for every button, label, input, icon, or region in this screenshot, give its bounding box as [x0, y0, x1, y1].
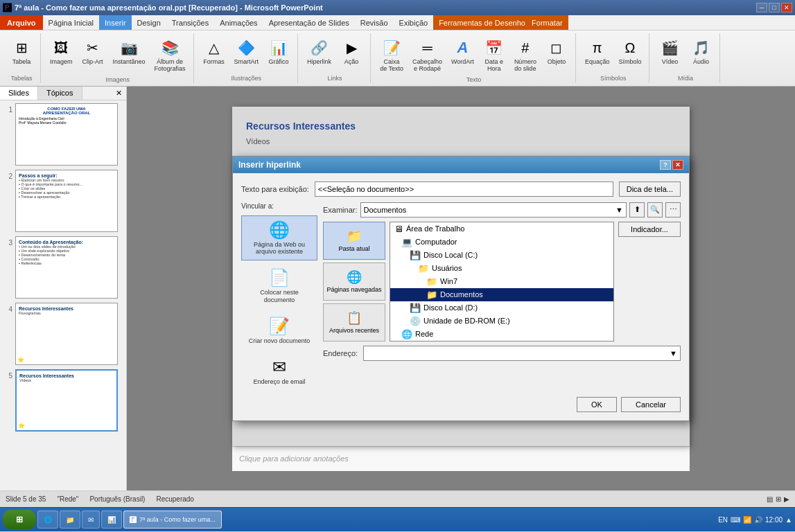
button-audio[interactable]: 🎵 Áudio: [686, 35, 715, 68]
button-instantaneo[interactable]: 📷 Instantâneo: [110, 35, 149, 68]
email-icon: ✉: [272, 357, 286, 377]
button-imagem[interactable]: 🖼 Imagem: [46, 35, 76, 68]
taskbar-excel[interactable]: 📊: [101, 511, 122, 529]
button-cabecalho[interactable]: ═ Cabeçalhoe Rodapé: [409, 35, 446, 75]
file-tree-item-rede[interactable]: 🌐 Rede: [390, 328, 613, 341]
examine-bar: Examinar: Documentos ▼ ⬆ 🔍 ⋯: [323, 202, 681, 218]
taskbar-explorer[interactable]: 📁: [60, 511, 80, 529]
button-album[interactable]: 📚 Álbum deFotografias: [151, 35, 189, 75]
content-area: Recursos Interessantes Vídeos Clique par…: [127, 87, 795, 490]
slide-thumb-5[interactable]: 5 Recursos Interessantes Vídeos ⭐: [3, 369, 123, 432]
button-hiperlink[interactable]: 🔗 Hiperlink: [304, 35, 335, 68]
dialog-close-button[interactable]: ✕: [672, 160, 683, 170]
group-imagens: 🖼 Imagem ✂ Clip-Art 📷 Instantâneo 📚 Álbu…: [42, 33, 194, 83]
slide-num-5: 5: [3, 372, 12, 380]
start-button[interactable]: ⊞: [3, 510, 36, 529]
examine-up-button[interactable]: ⬆: [629, 202, 645, 218]
imagem-icon: 🖼: [50, 37, 72, 59]
pasta-atual-label: Pasta atual: [338, 245, 369, 252]
button-video[interactable]: 🎬 Vídeo: [655, 35, 684, 68]
minimize-button[interactable]: ─: [756, 3, 767, 12]
button-tabela[interactable]: ⊞ Tabela: [7, 35, 36, 68]
notification-icon[interactable]: ▲: [785, 516, 792, 524]
paginas-nav-label: Páginas navegadas: [326, 286, 381, 293]
taskbar-outlook[interactable]: ✉: [82, 511, 100, 529]
file-action-paginas-nav[interactable]: 🌐 Páginas navegadas: [323, 263, 385, 301]
file-action-pasta-atual[interactable]: 📁 Pasta atual: [323, 222, 385, 260]
file-tree-item-win7[interactable]: 📁 Win7: [390, 275, 613, 288]
address-dropdown-arrow[interactable]: ▼: [670, 349, 677, 357]
tab-formatar[interactable]: Ferramentas de Desenho Formatar: [433, 15, 568, 30]
slide-panel-close[interactable]: ✕: [112, 87, 126, 100]
disco-d-label: Disco Local (D:): [423, 303, 478, 312]
tab-revisao[interactable]: Revisão: [355, 15, 394, 30]
sidebar-item-email[interactable]: ✉ Endereço de email: [241, 353, 317, 391]
maximize-button[interactable]: □: [769, 3, 780, 12]
tab-inserir[interactable]: Inserir: [99, 15, 132, 30]
button-objeto[interactable]: ◻ Objeto: [542, 35, 571, 68]
display-text-input[interactable]: [315, 181, 613, 197]
screen-tip-button[interactable]: Dica de tela...: [619, 181, 681, 197]
address-input[interactable]: [367, 349, 670, 357]
pagina-web-icon: 🌐: [269, 220, 290, 240]
group-ilustracoes-label: Ilustrações: [231, 75, 262, 82]
file-action-arquivos-recentes[interactable]: 📋 Arquivos recentes: [323, 303, 385, 342]
tab-exibicao[interactable]: Exibição: [394, 15, 434, 30]
taskbar-ie[interactable]: 🌐: [37, 511, 58, 529]
usuarios-icon: 📁: [418, 263, 429, 274]
dialog-title-text: Inserir hiperlink: [238, 160, 301, 170]
examine-search-button[interactable]: 🔍: [647, 202, 663, 218]
view-show-icon[interactable]: ▶: [784, 495, 789, 503]
button-grafico[interactable]: 📊 Gráfico: [264, 35, 293, 68]
dialog-help-button[interactable]: ?: [660, 160, 671, 170]
address-input-container[interactable]: ▼: [363, 346, 681, 361]
examine-dropdown[interactable]: Documentos ▼: [360, 202, 627, 218]
slide-thumb-2[interactable]: 2 Passos a seguir: • Elaborar um bom res…: [3, 170, 123, 232]
button-caixa-texto[interactable]: 📝 Caixade Texto: [376, 35, 407, 75]
taskbar-powerpoint[interactable]: 🅿 7ª aula - Como fazer uma...: [123, 511, 222, 529]
file-tree-item-usuarios[interactable]: 📁 Usuários: [390, 262, 613, 275]
display-text-row: Texto para exibição: Dica de tela...: [241, 181, 681, 197]
ok-button[interactable]: OK: [577, 397, 617, 412]
sidebar-item-criar-novo[interactable]: 📝 Criar novo documento: [241, 312, 317, 350]
tab-transicoes[interactable]: Transições: [166, 15, 214, 30]
button-simbolo[interactable]: Ω Símbolo: [615, 35, 645, 68]
file-tree-item-disco-c[interactable]: 💾 Disco Local (C:): [390, 249, 613, 262]
tab-pagina-inicial[interactable]: Página Inicial: [43, 15, 99, 30]
slide-tab-slides[interactable]: Slides: [0, 87, 38, 100]
button-acao[interactable]: ▶ Ação: [337, 35, 366, 68]
tab-design[interactable]: Design: [132, 15, 166, 30]
slide-thumb-3[interactable]: 3 Conteúdo da Apresentação: • Um ou dois…: [3, 236, 123, 299]
button-smartart[interactable]: 🔷 SmartArt: [231, 35, 263, 68]
slide-thumb-1[interactable]: 1 COMO FAZER UMAAPRESENTAÇÃO ORAL Introd…: [3, 103, 123, 166]
button-data-hora[interactable]: 📅 Data eHora: [480, 35, 509, 75]
formas-label: Formas: [203, 59, 225, 66]
button-numero-slide[interactable]: # Númerodo slide: [511, 35, 540, 75]
view-sorter-icon[interactable]: ⊞: [776, 495, 781, 503]
examine-more-button[interactable]: ⋯: [665, 202, 681, 218]
file-tree-item-documentos[interactable]: 📁 Documentos: [390, 288, 613, 301]
file-tree-item-area-trabalho[interactable]: 🖥 Área de Trabalho: [390, 222, 613, 236]
cancel-button[interactable]: Cancelar: [621, 397, 681, 412]
button-clipart[interactable]: ✂ Clip-Art: [78, 35, 107, 68]
button-wordart[interactable]: A WordArt: [448, 35, 478, 68]
view-normal-icon[interactable]: ▤: [767, 495, 773, 503]
close-button[interactable]: ✕: [781, 3, 792, 12]
instantaneo-label: Instantâneo: [113, 59, 146, 66]
slide-thumb-4[interactable]: 4 Recursos Interessantes Fluxogramas ⭐: [3, 303, 123, 365]
slide-num-1: 1: [3, 106, 12, 114]
rede-label: Rede: [415, 330, 433, 338]
tab-animacoes[interactable]: Animações: [214, 15, 263, 30]
tab-arquivo[interactable]: Arquivo: [0, 15, 43, 30]
file-tree-item-bd-rom[interactable]: 💿 Unidade de BD-ROM (E:): [390, 314, 613, 328]
tab-apresentacao[interactable]: Apresentação de Slides: [263, 15, 355, 30]
button-formas[interactable]: △ Formas: [200, 35, 229, 68]
file-tree-item-computador[interactable]: 💻 Computador: [390, 236, 613, 249]
button-equacao[interactable]: π Equação: [582, 35, 613, 68]
indicador-button[interactable]: Indicador...: [618, 222, 681, 237]
sidebar-item-pagina-web[interactable]: 🌐 Página da Web ou arquivo existente: [241, 215, 317, 261]
file-panel-row: 📁 Pasta atual 🌐 Páginas navegadas 📋: [323, 222, 681, 342]
slide-tab-topicos[interactable]: Tópicos: [38, 87, 82, 100]
sidebar-item-colocar[interactable]: 📄 Colocar neste documento: [241, 263, 317, 309]
file-tree-item-disco-d[interactable]: 💾 Disco Local (D:): [390, 301, 613, 314]
